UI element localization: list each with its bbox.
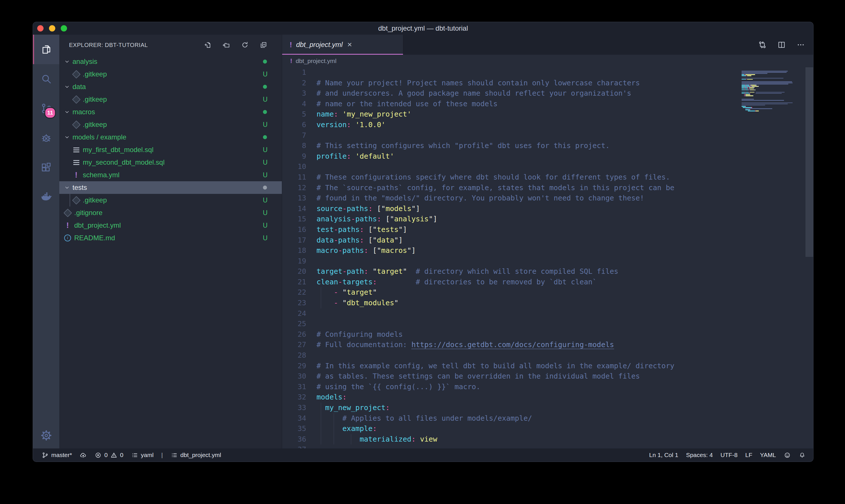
status-active-file-indicator[interactable]: dbt_project.yml (171, 452, 221, 459)
code-line-25[interactable]: 25 (282, 319, 813, 329)
code-line-28[interactable]: 28 (282, 350, 813, 361)
tree-item-gitkeep[interactable]: .gitkeepU (59, 118, 282, 131)
status-git-branch[interactable]: master* (41, 452, 72, 459)
code-line-15[interactable]: 15analysis-paths: ["analysis"] (282, 214, 813, 224)
collapse-all-button[interactable] (259, 41, 268, 49)
zoom-window-button[interactable] (61, 25, 67, 32)
code-line-2[interactable]: 2# Name your project! Project names shou… (282, 78, 813, 89)
close-window-button[interactable] (37, 25, 43, 32)
code-token: # In this example config, we tell dbt to… (317, 362, 674, 370)
code-line-23[interactable]: 23 - "dbt_modules" (282, 298, 813, 308)
tree-item-gitkeep[interactable]: .gitkeepU (59, 93, 282, 106)
activity-item-extensions[interactable] (33, 152, 59, 182)
code-line-20[interactable]: 20target-path: "target" # directory whic… (282, 266, 813, 277)
code-line-17[interactable]: 17data-paths: ["data"] (282, 235, 813, 246)
activity-bar: 11 (33, 35, 59, 448)
tree-item-dbt-project-yml[interactable]: !dbt_project.ymlU (59, 219, 282, 232)
tree-item-gitignore[interactable]: .gitignoreU (59, 206, 282, 219)
status-language-mode[interactable]: YAML (760, 452, 776, 458)
status-notifications[interactable] (798, 452, 806, 459)
code-line-13[interactable]: 13# found in the "models/" directory. Yo… (282, 193, 813, 204)
tab-dbt-project-yml[interactable]: ! dbt_project.yml × (282, 35, 403, 55)
code-line-16[interactable]: 16test-paths: ["tests"] (282, 224, 813, 235)
code-line-3[interactable]: 3# and underscores. A good package name … (282, 88, 813, 99)
code-line-27[interactable]: 27# Full documentation: https://docs.get… (282, 340, 813, 350)
code-line-36[interactable]: 36 materialized: view (282, 434, 813, 445)
code-line-18[interactable]: 18macro-paths: ["macros"] (282, 246, 813, 256)
tree-item-tests[interactable]: tests (59, 181, 282, 194)
status-indentation-label: Spaces: 4 (686, 452, 713, 458)
code-line-37[interactable]: 37 (282, 445, 813, 448)
tree-item-data[interactable]: data (59, 80, 282, 93)
status-feedback[interactable] (784, 452, 791, 459)
code-line-26[interactable]: 26# Configuring models (282, 329, 813, 340)
activity-item-settings[interactable] (33, 422, 59, 448)
code-line-21[interactable]: 21clean-targets: # directories to be rem… (282, 277, 813, 288)
code-editor[interactable]: 12# Name your project! Project names sho… (282, 67, 813, 448)
activity-item-run-debug[interactable] (33, 123, 59, 152)
code-line-29[interactable]: 29# In this example config, we tell dbt … (282, 361, 813, 372)
code-token: target (347, 288, 372, 296)
code-line-7[interactable]: 7 (282, 130, 813, 141)
tree-item-readme-md[interactable]: iREADME.mdU (59, 232, 282, 244)
code-line-14[interactable]: 14source-paths: ["models"] (282, 204, 813, 214)
code-line-34[interactable]: 34 # Applies to all files under models/e… (282, 413, 813, 424)
status-cursor-position[interactable]: Ln 1, Col 1 (649, 452, 678, 458)
status-encoding[interactable]: UTF-8 (720, 452, 738, 458)
minimize-window-button[interactable] (49, 25, 55, 32)
tree-item-analysis[interactable]: analysis (59, 55, 282, 68)
split-editor-button[interactable] (777, 40, 786, 49)
tree-item-my-second-dbt-model-sql[interactable]: my_second_dbt_model.sqlU (59, 156, 282, 169)
code-line-19[interactable]: 19 (282, 256, 813, 267)
code-line-1[interactable]: 1 (282, 67, 813, 78)
code-line-11[interactable]: 11# These configurations specify where d… (282, 172, 813, 183)
code-token: # as tables. These settings can be overr… (317, 372, 640, 380)
minimap[interactable] (742, 70, 802, 113)
tree-item-gitkeep[interactable]: .gitkeepU (59, 68, 282, 80)
code-line-8[interactable]: 8# This setting configures which "profil… (282, 141, 813, 151)
status-sync[interactable] (79, 452, 87, 459)
docker-icon (40, 191, 52, 203)
code-line-35[interactable]: 35 example: (282, 424, 813, 434)
tree-item-gitkeep[interactable]: .gitkeepU (59, 194, 282, 206)
code-line-32[interactable]: 32models: (282, 392, 813, 403)
code-line-10[interactable]: 10 (282, 162, 813, 172)
git-untracked-badge: U (263, 222, 268, 229)
new-file-button[interactable] (204, 41, 212, 49)
code-line-12[interactable]: 12# The `source-paths` config, for examp… (282, 183, 813, 193)
minimap-line (742, 108, 802, 109)
open-changes-button[interactable] (758, 40, 767, 49)
editor-scrollbar-thumb[interactable] (806, 67, 813, 257)
tree-indent-guide (70, 194, 70, 206)
tree-item-label: tests (72, 183, 87, 192)
refresh-button[interactable] (241, 41, 249, 49)
status-eol[interactable]: LF (745, 452, 753, 458)
code-line-6[interactable]: 6version: '1.0.0' (282, 120, 813, 130)
debug-icon (40, 132, 52, 144)
code-link: https://docs.getdbt.com/docs/configuring… (411, 341, 614, 349)
activity-item-search[interactable] (33, 64, 59, 94)
breadcrumb[interactable]: ! dbt_project.yml (282, 55, 813, 67)
code-line-24[interactable]: 24 (282, 308, 813, 319)
status-problems[interactable]: 00 (94, 452, 123, 459)
code-line-9[interactable]: 9profile: 'default' (282, 151, 813, 162)
tree-item-my-first-dbt-model-sql[interactable]: my_first_dbt_model.sqlU (59, 143, 282, 156)
code-line-33[interactable]: 33 my_new_project: (282, 403, 813, 413)
tree-item-macros[interactable]: macros (59, 106, 282, 118)
activity-item-docker[interactable] (33, 182, 59, 212)
code-line-4[interactable]: 4# name or the intended use of these mod… (282, 99, 813, 109)
code-line-5[interactable]: 5name: 'my_new_project' (282, 109, 813, 120)
tree-item-models-example[interactable]: models / example (59, 131, 282, 143)
activity-item-source-control[interactable]: 11 (33, 94, 59, 123)
code-line-30[interactable]: 30# as tables. These settings can be ove… (282, 371, 813, 382)
tab-close-icon[interactable]: × (347, 41, 352, 49)
tree-item-schema-yml[interactable]: !schema.ymlU (59, 169, 282, 181)
status-lang-indicator[interactable]: yaml (131, 452, 154, 459)
new-folder-button[interactable] (222, 41, 230, 49)
activity-item-explorer[interactable] (33, 35, 59, 64)
more-actions-button[interactable] (796, 40, 805, 49)
status-indentation[interactable]: Spaces: 4 (686, 452, 713, 458)
code-line-31[interactable]: 31# using the `{{ config(...) }}` macro. (282, 382, 813, 392)
code-token: : (364, 267, 368, 275)
code-line-22[interactable]: 22 - "target" (282, 287, 813, 298)
